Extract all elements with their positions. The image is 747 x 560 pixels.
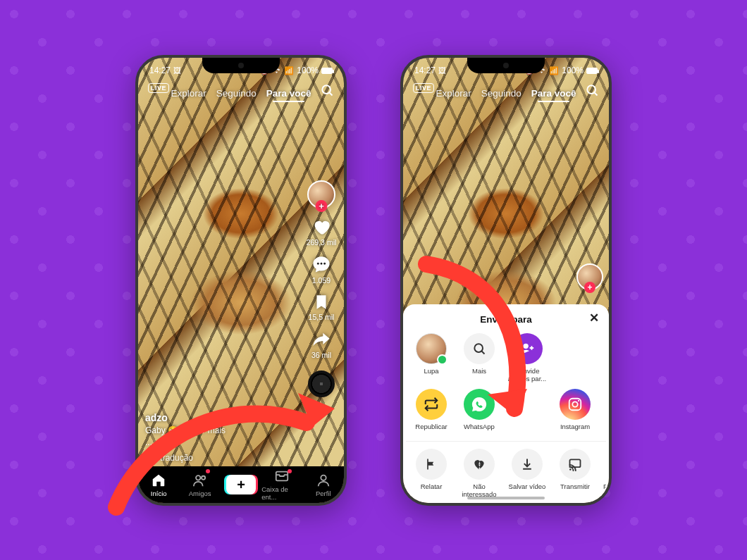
battery-percent: 100%	[562, 66, 584, 75]
plus-icon: +	[237, 478, 245, 492]
home-indicator[interactable]	[467, 497, 545, 499]
share-repost-label: Republicar	[415, 423, 447, 431]
battery-icon	[586, 68, 598, 74]
tab-inbox[interactable]: Caixa de ent...	[261, 466, 302, 503]
picture-icon: 🖼	[173, 66, 181, 75]
sound-disc[interactable]	[308, 371, 335, 397]
action-cast[interactable]: Transmitir	[554, 449, 596, 491]
tab-explore[interactable]: Explorar	[171, 88, 206, 99]
author-avatar[interactable]: +	[576, 263, 603, 290]
share-whatsapp-label: WhatsApp	[464, 423, 495, 431]
like-count: 269,3 mil	[307, 238, 337, 247]
tab-foryou[interactable]: Para você	[266, 88, 311, 99]
comment-icon	[311, 255, 332, 275]
see-more-link[interactable]: ver mais	[194, 425, 226, 435]
video-meta: adzo Gaby 🥺❤️ ver mais ... Ver tradução	[145, 411, 299, 464]
tab-foryou[interactable]: Para você	[531, 88, 576, 99]
tab-create[interactable]: +	[221, 466, 261, 503]
share-invite-label: Convide amigos par...	[506, 368, 548, 383]
whatsapp-icon	[464, 389, 495, 420]
bookmark-icon	[312, 293, 331, 311]
search-icon	[464, 333, 495, 364]
svg-point-3	[321, 263, 323, 265]
status-time: 14:27	[414, 66, 436, 75]
notification-dot	[206, 469, 210, 473]
tab-explore[interactable]: Explorar	[436, 88, 471, 99]
flag-icon	[416, 449, 447, 480]
close-button[interactable]: ✕	[589, 311, 599, 325]
share-instagram-label: Instagram	[560, 423, 590, 431]
share-whatsapp[interactable]: WhatsApp	[458, 389, 500, 431]
action-why-video[interactable]: ? Por que esse vídeo	[602, 449, 606, 499]
battery-percent: 100%	[297, 66, 319, 75]
author-avatar[interactable]: +	[307, 180, 335, 209]
tab-friends-label: Amigos	[189, 490, 211, 497]
share-more-label: Mais	[472, 368, 486, 375]
heart-icon	[311, 217, 332, 237]
action-report[interactable]: Relatar	[410, 449, 452, 491]
share-contact[interactable]: Lupa	[410, 333, 452, 375]
action-save-video[interactable]: Salvar vídeo	[506, 449, 548, 491]
action-report-label: Relatar	[421, 483, 443, 491]
home-icon	[151, 473, 166, 488]
share-row-contacts[interactable]: Lupa Mais Convide amigos par...	[406, 328, 606, 383]
feed-tabs: Explorar Seguindo Para você	[403, 82, 609, 104]
share-sheet: Enviar para ✕ Lupa Mais	[403, 304, 609, 503]
tab-profile-label: Perfil	[316, 490, 331, 497]
share-button[interactable]: 36 mil	[311, 330, 332, 359]
instagram-icon	[560, 389, 591, 420]
tab-friends[interactable]: Amigos	[179, 466, 220, 503]
svg-point-11	[474, 344, 483, 352]
author-username[interactable]: adzo	[145, 411, 299, 425]
phone-notch	[202, 58, 280, 73]
status-time: 14:27	[149, 66, 171, 75]
svg-point-6	[202, 475, 205, 479]
share-count: 36 mil	[311, 351, 331, 359]
like-button[interactable]: 269,3 mil	[307, 217, 337, 247]
tab-following[interactable]: Seguindo	[216, 88, 257, 99]
share-instagram[interactable]: Instagram	[554, 389, 596, 431]
share-ig-direct[interactable]: Instagram Direct	[602, 389, 606, 439]
share-invite-friends[interactable]: Convide amigos par...	[506, 333, 548, 383]
comment-count: 1.059	[312, 276, 331, 285]
svg-point-18	[569, 468, 572, 471]
signal-icon: 📶	[549, 66, 559, 75]
svg-line-12	[482, 351, 485, 354]
phone-right: 14:27 🖼 ⏰ 📶 100% LIVE Explorar Seguindo …	[400, 55, 612, 506]
svg-point-4	[323, 263, 326, 265]
share-row-apps[interactable]: Republicar WhatsApp Instagram	[406, 383, 606, 439]
broken-heart-icon	[464, 449, 495, 480]
svg-point-16	[578, 400, 579, 402]
svg-rect-17	[570, 459, 581, 467]
action-cast-label: Transmitir	[560, 483, 590, 491]
bookmark-button[interactable]: 15,5 mil	[309, 293, 335, 321]
share-row-actions[interactable]: Relatar Não interessado Salvar vídeo	[406, 443, 606, 499]
action-not-interested[interactable]: Não interessado	[458, 449, 500, 499]
share-repost[interactable]: Republicar	[410, 389, 452, 431]
svg-point-2	[317, 263, 319, 265]
tab-home[interactable]: Início	[138, 466, 179, 503]
tab-following[interactable]: Seguindo	[481, 88, 521, 99]
contact-avatar	[416, 333, 447, 364]
svg-point-5	[196, 475, 200, 480]
tutorial-graphic: 14:27 🖼 ⏰ 📶 100% LIVE Explorar Seguindo …	[0, 0, 747, 560]
share-sheet-title: Enviar para	[480, 314, 532, 325]
comment-button[interactable]: 1.059	[311, 255, 332, 285]
download-icon	[512, 449, 543, 480]
caption-text: Gaby 🥺❤️	[145, 425, 189, 435]
follow-plus-icon[interactable]: +	[584, 282, 595, 293]
svg-point-8	[321, 475, 326, 480]
bookmark-count: 15,5 mil	[309, 313, 335, 321]
action-why-label: Por que esse vídeo	[602, 483, 606, 499]
see-translation-link[interactable]: Ver tradução	[145, 452, 299, 464]
svg-point-13	[524, 343, 529, 348]
tab-home-label: Início	[151, 490, 167, 497]
feed-tabs: Explorar Seguindo Para você	[138, 82, 344, 104]
share-more-contacts[interactable]: Mais	[458, 333, 500, 375]
picture-icon: 🖼	[438, 66, 446, 75]
tab-profile[interactable]: Perfil	[303, 466, 344, 503]
cast-icon	[560, 449, 591, 480]
friends-icon	[192, 473, 208, 488]
share-igdirect-label: Instagram Direct	[602, 423, 606, 439]
follow-plus-icon[interactable]: +	[316, 200, 328, 212]
